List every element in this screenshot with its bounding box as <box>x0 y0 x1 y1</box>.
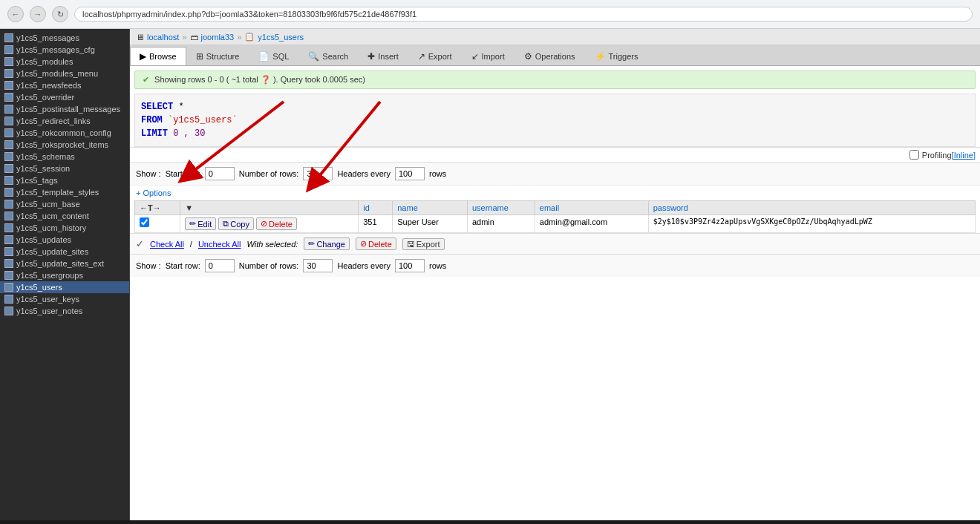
num-rows-label-top: Number of rows: <box>239 169 299 178</box>
export-button[interactable]: 🖫 Export <box>402 238 445 250</box>
delete-button[interactable]: ⊘ Delete <box>356 238 396 250</box>
col-email-link[interactable]: email <box>540 203 559 212</box>
status-bar: ✔ Showing rows 0 - 0 ( ~1 total ❓ ). Que… <box>134 71 976 89</box>
tab-label: Triggers <box>609 52 638 61</box>
sidebar-item-y1cs5_tags[interactable]: y1cs5_tags <box>0 174 129 186</box>
col-username-link[interactable]: username <box>472 203 509 212</box>
sidebar-item-y1cs5_ucm_content[interactable]: y1cs5_ucm_content <box>0 210 129 222</box>
tab-label: Browse <box>149 52 177 61</box>
sql-limit-val: 0 , 30 <box>173 128 205 139</box>
inline-link[interactable]: [Inline] <box>952 151 976 160</box>
sidebar-item-y1cs5_updates[interactable]: y1cs5_updates <box>0 234 129 246</box>
table-icon <box>4 176 13 185</box>
breadcrumb-db[interactable]: joomla33 <box>201 33 235 42</box>
sidebar-item-label: y1cs5_update_sites_ext <box>16 259 104 268</box>
table-icon <box>4 271 13 280</box>
tab-label: Structure <box>206 52 240 61</box>
row-checkbox[interactable] <box>140 217 149 227</box>
table-icon <box>4 212 13 220</box>
start-row-input-bottom[interactable] <box>205 259 235 272</box>
check-all-link[interactable]: Check All <box>150 240 184 249</box>
data-table: ←T→ ▼ id name username email password ✏ … <box>134 200 976 233</box>
tab-insert[interactable]: ✚Insert <box>358 47 408 65</box>
sidebar-item-y1cs5_usergroups[interactable]: y1cs5_usergroups <box>0 269 129 281</box>
tab-browse[interactable]: ▶Browse <box>130 47 186 65</box>
show-label-top: Show : <box>136 169 161 178</box>
col-password-link[interactable]: password <box>653 203 688 212</box>
tab-icon-operations: ⚙ <box>524 51 532 62</box>
sidebar-item-y1cs5_redirect_links[interactable]: y1cs5_redirect_links <box>0 115 129 127</box>
sidebar-item-y1cs5_template_styles[interactable]: y1cs5_template_styles <box>0 186 129 198</box>
tab-sql[interactable]: 📄SQL <box>249 47 298 65</box>
tab-import[interactable]: ↙Import <box>462 47 514 65</box>
rows-label-bottom: rows <box>429 261 446 270</box>
tab-export[interactable]: ↗Export <box>408 47 462 65</box>
help-icon[interactable]: ❓ <box>261 75 271 84</box>
content-area: 🖥 localhost » 🗃 joomla33 » 📋 y1cs5_users… <box>130 29 980 520</box>
options-link[interactable]: + Options <box>136 189 171 197</box>
num-rows-input-bottom[interactable] <box>303 259 333 272</box>
sidebar-item-y1cs5_ucm_history[interactable]: y1cs5_ucm_history <box>0 222 129 234</box>
col-name-link[interactable]: name <box>397 203 418 212</box>
sidebar-item-y1cs5_schemas[interactable]: y1cs5_schemas <box>0 151 129 163</box>
sidebar-item-y1cs5_session[interactable]: y1cs5_session <box>0 163 129 174</box>
sidebar-item-y1cs5_messages[interactable]: y1cs5_messages <box>0 32 129 44</box>
sidebar-item-y1cs5_newsfeeds[interactable]: y1cs5_newsfeeds <box>0 79 129 91</box>
tab-search[interactable]: 🔍Search <box>298 47 358 65</box>
sidebar-item-y1cs5_overrider[interactable]: y1cs5_overrider <box>0 91 129 103</box>
sidebar-item-label: y1cs5_schemas <box>16 152 75 161</box>
tab-label: Import <box>482 52 505 61</box>
sidebar-item-label: y1cs5_user_keys <box>16 295 79 304</box>
sidebar-item-y1cs5_postinstall_messages[interactable]: y1cs5_postinstall_messages <box>0 103 129 115</box>
sidebar-item-y1cs5_update_sites_ext[interactable]: y1cs5_update_sites_ext <box>0 258 129 269</box>
table-icon <box>4 188 13 197</box>
profiling-label[interactable]: Profiling <box>909 150 952 160</box>
sidebar-item-label: y1cs5_session <box>16 164 70 173</box>
change-button[interactable]: ✏ Change <box>304 238 350 250</box>
tab-label: SQL <box>272 52 289 61</box>
sidebar-item-y1cs5_update_sites[interactable]: y1cs5_update_sites <box>0 246 129 258</box>
sidebar-item-y1cs5_users[interactable]: y1cs5_users <box>0 281 129 293</box>
profiling-checkbox[interactable] <box>909 150 919 160</box>
delete-row-button[interactable]: ⊘ Delete <box>256 217 297 230</box>
address-bar[interactable]: localhost/phpmyadmin/index.php?db=joomla… <box>74 7 973 22</box>
options-bar: + Options <box>130 185 980 200</box>
copy-button[interactable]: ⧉ Copy <box>218 217 254 230</box>
sidebar-item-y1cs5_user_keys[interactable]: y1cs5_user_keys <box>0 293 129 305</box>
sidebar-item-label: y1cs5_redirect_links <box>16 117 91 125</box>
back-button[interactable]: ← <box>7 6 24 22</box>
col-password: password <box>648 201 975 215</box>
data-table-wrapper: ←T→ ▼ id name username email password ✏ … <box>134 200 976 233</box>
show-controls-top: Show : Start row: Number of rows: Header… <box>130 162 980 185</box>
sidebar-item-y1cs5_messages_cfg[interactable]: y1cs5_messages_cfg <box>0 44 129 56</box>
headers-input-top[interactable] <box>395 167 425 180</box>
headers-input-bottom[interactable] <box>395 259 425 272</box>
row-checkbox-cell <box>135 215 180 233</box>
start-row-label-top: Start row: <box>166 169 200 178</box>
table-icon <box>4 69 13 78</box>
tab-label: Insert <box>378 52 399 61</box>
reload-button[interactable]: ↻ <box>52 6 68 22</box>
col-id-link[interactable]: id <box>363 203 370 212</box>
tab-structure[interactable]: ⊞Structure <box>186 47 249 65</box>
tab-operations[interactable]: ⚙Operations <box>514 47 585 65</box>
edit-button[interactable]: ✏ Edit <box>185 217 216 230</box>
tab-triggers[interactable]: ⚡Triggers <box>585 47 648 65</box>
sidebar-item-y1cs5_rokcommon_config[interactable]: y1cs5_rokcommon_config <box>0 127 129 139</box>
sidebar-item-y1cs5_ucm_base[interactable]: y1cs5_ucm_base <box>0 198 129 210</box>
sidebar-item-y1cs5_user_notes[interactable]: y1cs5_user_notes <box>0 305 129 317</box>
num-rows-input-top[interactable] <box>303 167 333 180</box>
with-selected-label: With selected: <box>246 240 298 249</box>
server-icon: 🖥 <box>136 33 144 42</box>
uncheck-all-link[interactable]: Uncheck All <box>198 240 241 249</box>
sidebar-item-y1cs5_roksprocket_items[interactable]: y1cs5_roksprocket_items <box>0 139 129 151</box>
breadcrumb-table[interactable]: y1cs5_users <box>258 33 304 42</box>
sidebar-item-y1cs5_modules_menu[interactable]: y1cs5_modules_menu <box>0 68 129 79</box>
sidebar-item-label: y1cs5_newsfeeds <box>16 81 81 90</box>
start-row-input-top[interactable] <box>205 167 235 180</box>
table-icon <box>4 223 13 232</box>
sidebar-item-y1cs5_modules[interactable]: y1cs5_modules <box>0 56 129 68</box>
forward-button[interactable]: → <box>30 6 46 22</box>
sidebar-item-label: y1cs5_rokcommon_config <box>16 128 111 137</box>
breadcrumb-server[interactable]: localhost <box>147 33 179 42</box>
